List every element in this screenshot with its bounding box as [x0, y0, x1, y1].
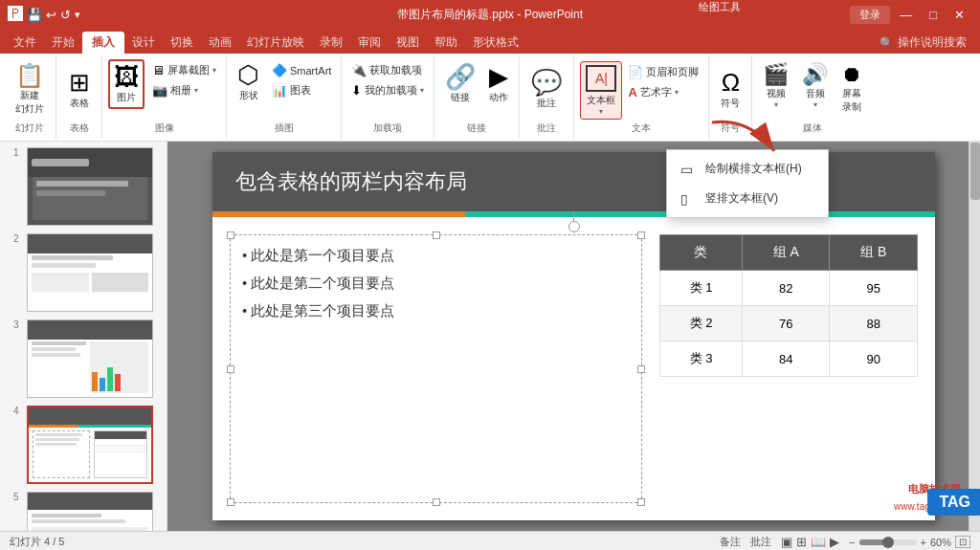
shapes-btn[interactable]: ⬡ 形状: [233, 59, 264, 105]
redo-quickbtn[interactable]: ↺: [60, 8, 71, 22]
handle-bm[interactable]: [433, 498, 440, 506]
tab-animation[interactable]: 动画: [201, 32, 239, 54]
handle-br[interactable]: [637, 498, 645, 506]
new-slide-btn[interactable]: 📋 新建幻灯片: [10, 59, 50, 120]
thumb4-l3: [35, 443, 77, 446]
comment-btn[interactable]: 💬 批注: [525, 59, 568, 120]
scrollbar-vertical[interactable]: [969, 142, 980, 531]
slide-thumb-1[interactable]: [27, 147, 153, 226]
thumb4-l1: [35, 433, 82, 436]
reading-view-btn[interactable]: 📖: [811, 535, 826, 549]
audio-btn[interactable]: 🔊 音频 ▾: [797, 61, 833, 112]
thumb3-content: [32, 341, 148, 393]
slide-thumb-3[interactable]: [27, 319, 153, 398]
my-addins-btn[interactable]: ⬇ 我的加载项 ▾: [347, 81, 428, 99]
group-images: 🖼 图片 🖥 屏幕截图 ▾ 📷 相册 ▾ 图像: [102, 55, 227, 139]
zoom-out-btn[interactable]: −: [849, 537, 855, 548]
slide-num-5: 5: [13, 492, 23, 502]
group-slides: 📋 新建幻灯片 幻灯片: [4, 55, 56, 139]
chart-icon: 📊: [272, 83, 287, 98]
rotate-handle[interactable]: [568, 221, 580, 232]
slide-sorter-btn[interactable]: ⊞: [796, 535, 807, 549]
group-links-label: 链接: [467, 121, 486, 135]
slide-table: 类 组 A 组 B 类 1 82 95: [659, 234, 918, 377]
handle-bl[interactable]: [227, 498, 234, 506]
thumb3-chart: [90, 341, 148, 393]
normal-view-btn[interactable]: ▣: [781, 535, 792, 549]
thumb2-row: [32, 273, 148, 292]
link-btn[interactable]: 🔗 链接: [440, 61, 480, 107]
video-btn[interactable]: 🎬 视频 ▾: [758, 61, 793, 112]
new-slide-label: 新建幻灯片: [15, 89, 44, 116]
slide-text-box[interactable]: • 此处是第一个项目要点 • 此处是第二个项目要点 • 此处是第三个项目要点: [230, 234, 642, 503]
login-btn[interactable]: 登录: [850, 6, 890, 24]
maximize-btn[interactable]: □: [922, 6, 945, 24]
zoom-in-btn[interactable]: +: [921, 537, 926, 548]
slide-thumb-4[interactable]: [27, 406, 153, 484]
get-addins-btn[interactable]: 🔌 获取加载项: [347, 61, 428, 79]
tab-slideshow[interactable]: 幻灯片放映: [239, 32, 312, 54]
table-btn[interactable]: ⊞ 表格: [65, 59, 94, 120]
slide-thumb-5[interactable]: [27, 492, 153, 531]
handle-tr[interactable]: [637, 231, 645, 239]
tab-record[interactable]: 录制: [312, 32, 350, 54]
thumb5-header: [28, 493, 152, 510]
textbox-btn[interactable]: A| 文本框 ▾: [580, 61, 622, 120]
symbol-btn[interactable]: Ω 符号: [715, 59, 746, 120]
header-footer-icon: 📄: [628, 65, 643, 79]
tab-start[interactable]: 开始: [44, 32, 82, 54]
wordart-btn[interactable]: A 艺术字 ▾: [624, 83, 702, 101]
table-label: 表格: [70, 97, 89, 110]
vertical-textbox-item[interactable]: ▯ 竖排文本框(V): [667, 184, 828, 213]
save-quickbtn[interactable]: 💾: [27, 8, 42, 22]
header-footer-label: 页眉和页脚: [646, 65, 699, 79]
audio-arrow: ▾: [813, 100, 817, 109]
handle-mr[interactable]: [637, 365, 645, 373]
slide-thumb-container-2: 2: [13, 233, 153, 312]
handle-tm[interactable]: [433, 231, 440, 239]
tab-shape-format[interactable]: 形状格式: [465, 32, 526, 54]
tab-file[interactable]: 文件: [6, 32, 44, 54]
action-btn[interactable]: ▶ 动作: [484, 61, 513, 107]
zoom-slider-thumb[interactable]: [882, 537, 894, 548]
undo-quickbtn[interactable]: ↩: [46, 8, 56, 22]
handle-ml[interactable]: [227, 365, 234, 373]
tab-transition[interactable]: 切换: [163, 32, 201, 54]
horizontal-textbox-item[interactable]: ▭ 绘制横排文本框(H): [667, 154, 828, 184]
thumb2-line1: [32, 255, 113, 260]
fit-btn[interactable]: ⊡: [955, 536, 970, 548]
video-label: 视频: [767, 87, 786, 100]
handle-tl[interactable]: [227, 231, 234, 239]
album-icon: 📷: [152, 83, 167, 98]
album-btn[interactable]: 📷 相册 ▾: [148, 81, 220, 99]
tab-design[interactable]: 设计: [124, 32, 163, 54]
tab-view[interactable]: 视图: [389, 32, 427, 54]
search-label: 操作说明搜索: [898, 34, 967, 51]
more-quickbtn[interactable]: ▾: [75, 9, 80, 21]
zoom-slider[interactable]: [859, 539, 917, 545]
present-btn[interactable]: ▶: [830, 535, 839, 549]
screenshot-btn[interactable]: 🖥 屏幕截图 ▾: [148, 61, 220, 79]
tab-review[interactable]: 审阅: [350, 32, 389, 54]
textbox-icon: A|: [586, 65, 616, 92]
tab-insert[interactable]: 插入: [82, 32, 124, 54]
scrollbar-thumb[interactable]: [970, 143, 980, 200]
header-footer-btn[interactable]: 📄 页眉和页脚: [624, 63, 702, 81]
screen-record-btn[interactable]: ⏺ 屏幕录制: [836, 61, 867, 117]
thumb2-content: [32, 255, 148, 307]
thumb2-col1: [32, 273, 89, 292]
action-label: 动作: [489, 91, 508, 104]
smartart-btn[interactable]: 🔷 SmartArt: [268, 61, 335, 79]
close-btn[interactable]: ✕: [947, 6, 972, 24]
zoom-controls: − + 60% ⊡: [849, 536, 970, 548]
notes-btn[interactable]: 备注: [720, 535, 741, 549]
thumb4-row2: [95, 446, 146, 452]
slide-thumb-2[interactable]: [27, 233, 153, 312]
tab-help[interactable]: 帮助: [427, 32, 465, 54]
comments-btn[interactable]: 批注: [750, 535, 771, 549]
picture-btn[interactable]: 🖼 图片: [108, 59, 145, 109]
rotate-handle-area: [568, 211, 580, 232]
thumb3-bar3: [107, 367, 113, 391]
chart-btn[interactable]: 📊 图表: [268, 81, 335, 99]
minimize-btn[interactable]: —: [892, 6, 920, 24]
